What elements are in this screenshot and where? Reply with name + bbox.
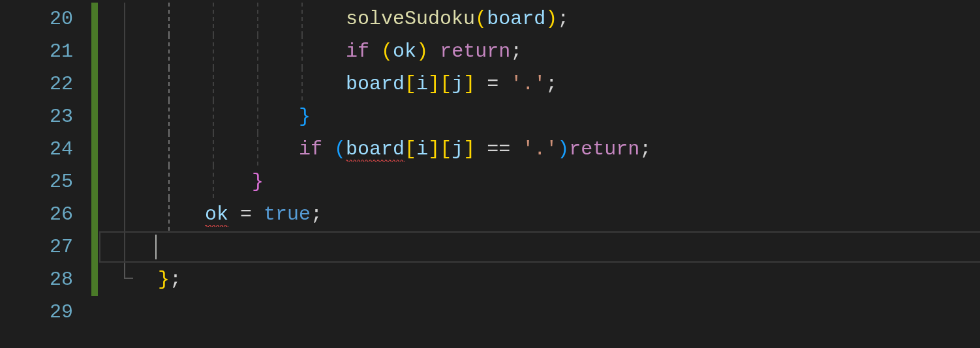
token	[369, 40, 381, 63]
dirty-indicator	[91, 35, 98, 68]
line-number[interactable]: 20	[0, 3, 91, 35]
token: ]	[428, 73, 440, 95]
token: }	[299, 106, 311, 128]
token: )	[557, 138, 569, 160]
dirty-indicator	[91, 198, 98, 231]
token: ;	[510, 40, 522, 63]
token: i	[416, 73, 428, 95]
token: ==	[475, 138, 522, 160]
line-number[interactable]: 24	[0, 133, 91, 166]
token: board	[487, 8, 545, 30]
token: '.'	[510, 73, 545, 95]
token: [	[405, 138, 416, 160]
token: i	[416, 138, 428, 160]
token: (	[475, 8, 487, 30]
token: =	[475, 73, 510, 95]
token: [	[440, 73, 452, 95]
token: return	[569, 138, 639, 160]
dirty-indicator	[91, 296, 98, 328]
token: [	[405, 73, 416, 95]
token: solveSudoku	[346, 8, 475, 30]
code-editor[interactable]: 20 solveSudoku(board);21 if (ok) return;…	[0, 0, 980, 348]
token: ]	[428, 138, 440, 160]
code-content[interactable]	[98, 231, 158, 263]
token: )	[545, 8, 557, 30]
line-number[interactable]: 23	[0, 100, 91, 133]
code-content[interactable]: if (board[i][j] == '.')return;	[98, 133, 651, 166]
dirty-indicator	[91, 231, 98, 263]
current-line-highlight	[99, 231, 980, 263]
token: '.'	[522, 138, 557, 160]
code-content[interactable]: }	[98, 100, 311, 133]
line-number[interactable]: 29	[0, 296, 91, 328]
line-number[interactable]: 22	[0, 68, 91, 100]
dirty-indicator	[91, 263, 98, 296]
token: ;	[170, 268, 181, 291]
dirty-indicator	[91, 133, 98, 166]
token: )	[416, 40, 428, 63]
dirty-indicator	[91, 100, 98, 133]
code-line[interactable]: 27	[0, 231, 980, 263]
token: ;	[545, 73, 557, 95]
code-content[interactable]: solveSudoku(board);	[98, 3, 569, 35]
code-line[interactable]: 23 }	[0, 100, 980, 133]
code-content[interactable]: }	[98, 166, 264, 198]
code-line[interactable]: 20 solveSudoku(board);	[0, 3, 980, 35]
dirty-indicator	[91, 166, 98, 198]
token: board	[346, 73, 405, 95]
code-line[interactable]: 24 if (board[i][j] == '.')return;	[0, 133, 980, 166]
code-line[interactable]: 28 };	[0, 263, 980, 296]
token: (	[381, 40, 393, 63]
token: ok	[393, 40, 416, 63]
token	[428, 40, 440, 63]
token: j	[452, 138, 463, 160]
token: return	[440, 40, 510, 63]
token: =	[228, 203, 264, 225]
dirty-indicator	[91, 3, 98, 35]
code-content[interactable]: };	[98, 263, 181, 296]
line-number[interactable]: 28	[0, 263, 91, 296]
token: (	[334, 138, 346, 160]
token: true	[264, 203, 311, 225]
token: j	[452, 73, 463, 95]
token: board	[346, 138, 405, 162]
token: if	[346, 40, 369, 63]
token: }	[252, 171, 264, 193]
token: [	[440, 138, 452, 160]
code-line[interactable]: 21 if (ok) return;	[0, 35, 980, 68]
token: ;	[557, 8, 569, 30]
code-line[interactable]: 22 board[i][j] = '.';	[0, 68, 980, 100]
code-content[interactable]: ok = true;	[98, 198, 322, 231]
code-content[interactable]: if (ok) return;	[98, 35, 522, 68]
code-line[interactable]: 25 }	[0, 166, 980, 198]
token: ;	[639, 138, 651, 160]
token: ]	[463, 73, 475, 95]
line-number[interactable]: 26	[0, 198, 91, 231]
code-content[interactable]: board[i][j] = '.';	[98, 68, 557, 100]
token: ;	[311, 203, 322, 225]
text-cursor	[155, 235, 157, 259]
token: if	[299, 138, 322, 160]
code-line[interactable]: 26 ok = true;	[0, 198, 980, 231]
token	[322, 138, 334, 160]
token: ok	[205, 203, 228, 227]
token: }	[158, 268, 170, 291]
code-line[interactable]: 29	[0, 296, 980, 328]
dirty-indicator	[91, 68, 98, 100]
token: ]	[463, 138, 475, 160]
line-number[interactable]: 25	[0, 166, 91, 198]
line-number[interactable]: 27	[0, 231, 91, 263]
line-number[interactable]: 21	[0, 35, 91, 68]
